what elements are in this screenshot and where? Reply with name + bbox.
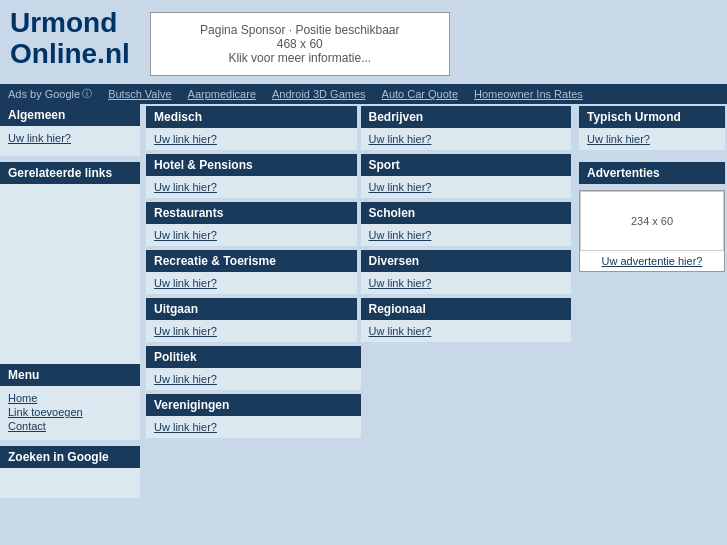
- row-5: Uitgaan Uw link hier? Regionaal Uw link …: [144, 296, 573, 344]
- recreatie-link[interactable]: Uw link hier?: [154, 277, 217, 289]
- politiek-link[interactable]: Uw link hier?: [154, 373, 217, 385]
- category-restaurants: Restaurants Uw link hier?: [146, 202, 357, 246]
- scholen-link[interactable]: Uw link hier?: [369, 229, 432, 241]
- ad-block[interactable]: 234 x 60 Uw advertentie hier?: [579, 190, 725, 272]
- recreatie-body: Uw link hier?: [146, 272, 357, 294]
- restaurants-body: Uw link hier?: [146, 224, 357, 246]
- uitgaan-header: Uitgaan: [146, 298, 357, 320]
- category-hotel: Hotel & Pensions Uw link hier?: [146, 154, 357, 198]
- scholen-body: Uw link hier?: [361, 224, 572, 246]
- typisch-link[interactable]: Uw link hier?: [587, 133, 650, 145]
- sponsor-box[interactable]: Pagina Sponsor · Positie beschikbaar 468…: [150, 12, 450, 76]
- ads-by-google-label: Ads by Google ⓘ: [8, 87, 92, 101]
- advertenties-header: Advertenties: [579, 162, 725, 184]
- scholen-header: Scholen: [361, 202, 572, 224]
- menu-body: Home Link toevoegen Contact: [0, 386, 140, 440]
- site-logo: Urmond Online.nl: [10, 8, 130, 70]
- row-3: Restaurants Uw link hier? Scholen Uw lin…: [144, 200, 573, 248]
- uitgaan-link[interactable]: Uw link hier?: [154, 325, 217, 337]
- medisch-link[interactable]: Uw link hier?: [154, 133, 217, 145]
- right-sidebar: Typisch Urmond Uw link hier? Advertentie…: [577, 104, 727, 498]
- algemeen-header: Algemeen: [0, 104, 140, 126]
- hotel-header: Hotel & Pensions: [146, 154, 357, 176]
- adbar-link-2[interactable]: Android 3D Games: [272, 88, 366, 100]
- bedrijven-link[interactable]: Uw link hier?: [369, 133, 432, 145]
- menu-link-toevoegen[interactable]: Link toevoegen: [8, 406, 132, 418]
- zoeken-header: Zoeken in Google: [0, 446, 140, 468]
- center-content: Medisch Uw link hier? Bedrijven Uw link …: [140, 104, 577, 498]
- sport-body: Uw link hier?: [361, 176, 572, 198]
- regionaal-link[interactable]: Uw link hier?: [369, 325, 432, 337]
- row-6: Politiek Uw link hier?: [144, 344, 573, 392]
- typisch-urmond-block: Typisch Urmond Uw link hier?: [579, 106, 725, 150]
- algemeen-body: Uw link hier?: [0, 126, 140, 156]
- politiek-header: Politiek: [146, 346, 361, 368]
- politiek-body: Uw link hier?: [146, 368, 361, 390]
- diversen-header: Diversen: [361, 250, 572, 272]
- regionaal-body: Uw link hier?: [361, 320, 572, 342]
- category-politiek: Politiek Uw link hier?: [146, 346, 361, 390]
- ad-size-label: 234 x 60: [580, 191, 724, 251]
- ads-icon: ⓘ: [82, 87, 92, 101]
- diversen-body: Uw link hier?: [361, 272, 572, 294]
- category-recreatie: Recreatie & Toerisme Uw link hier?: [146, 250, 357, 294]
- gerelateerde-header: Gerelateerde links: [0, 162, 140, 184]
- row-4: Recreatie & Toerisme Uw link hier? Diver…: [144, 248, 573, 296]
- bedrijven-body: Uw link hier?: [361, 128, 572, 150]
- regionaal-header: Regionaal: [361, 298, 572, 320]
- category-sport: Sport Uw link hier?: [361, 154, 572, 198]
- row-1: Medisch Uw link hier? Bedrijven Uw link …: [144, 104, 573, 152]
- category-scholen: Scholen Uw link hier?: [361, 202, 572, 246]
- adbar-link-4[interactable]: Homeowner Ins Rates: [474, 88, 583, 100]
- typisch-header: Typisch Urmond: [579, 106, 725, 128]
- adbar-link-1[interactable]: Aarpmedicare: [188, 88, 256, 100]
- hotel-link[interactable]: Uw link hier?: [154, 181, 217, 193]
- sport-link[interactable]: Uw link hier?: [369, 181, 432, 193]
- verenigingen-link[interactable]: Uw link hier?: [154, 421, 217, 433]
- hotel-body: Uw link hier?: [146, 176, 357, 198]
- ad-link[interactable]: Uw advertentie hier?: [596, 251, 709, 271]
- sponsor-line1: Pagina Sponsor · Positie beschikbaar: [171, 23, 429, 37]
- bedrijven-header: Bedrijven: [361, 106, 572, 128]
- recreatie-header: Recreatie & Toerisme: [146, 250, 357, 272]
- diversen-link[interactable]: Uw link hier?: [369, 277, 432, 289]
- verenigingen-body: Uw link hier?: [146, 416, 361, 438]
- medisch-header: Medisch: [146, 106, 357, 128]
- logo-line1: Urmond: [10, 8, 130, 39]
- category-verenigingen: Verenigingen Uw link hier?: [146, 394, 361, 438]
- gerelateerde-body: [0, 184, 140, 364]
- category-diversen: Diversen Uw link hier?: [361, 250, 572, 294]
- category-bedrijven: Bedrijven Uw link hier?: [361, 106, 572, 150]
- restaurants-header: Restaurants: [146, 202, 357, 224]
- row-2: Hotel & Pensions Uw link hier? Sport Uw …: [144, 152, 573, 200]
- sport-header: Sport: [361, 154, 572, 176]
- menu-header: Menu: [0, 364, 140, 386]
- restaurants-link[interactable]: Uw link hier?: [154, 229, 217, 241]
- menu-contact[interactable]: Contact: [8, 420, 132, 432]
- ad-bar: Ads by Google ⓘ Butsch Valve Aarpmedicar…: [0, 84, 727, 104]
- logo-line2: Online.nl: [10, 39, 130, 70]
- menu-home[interactable]: Home: [8, 392, 132, 404]
- adbar-link-0[interactable]: Butsch Valve: [108, 88, 171, 100]
- category-regionaal: Regionaal Uw link hier?: [361, 298, 572, 342]
- typisch-body: Uw link hier?: [579, 128, 725, 150]
- category-uitgaan: Uitgaan Uw link hier?: [146, 298, 357, 342]
- algemeen-link[interactable]: Uw link hier?: [8, 132, 132, 144]
- uitgaan-body: Uw link hier?: [146, 320, 357, 342]
- medisch-body: Uw link hier?: [146, 128, 357, 150]
- category-medisch: Medisch Uw link hier?: [146, 106, 357, 150]
- sponsor-line3: Klik voor meer informatie...: [171, 51, 429, 65]
- adbar-link-3[interactable]: Auto Car Quote: [382, 88, 458, 100]
- row-7: Verenigingen Uw link hier?: [144, 392, 573, 440]
- verenigingen-header: Verenigingen: [146, 394, 361, 416]
- sponsor-line2: 468 x 60: [171, 37, 429, 51]
- left-sidebar: Algemeen Uw link hier? Gerelateerde link…: [0, 104, 140, 498]
- zoeken-body: [0, 468, 140, 498]
